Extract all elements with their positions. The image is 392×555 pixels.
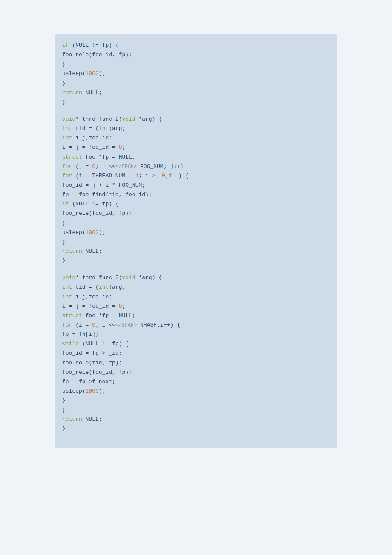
code-line: } (55, 79, 337, 88)
keyword: if (62, 42, 69, 49)
code-line: foo_id = j + i * FOO_NUM; (55, 181, 337, 190)
keyword: void (62, 275, 75, 281)
code-line: struct foo *fp = NULL; (55, 311, 337, 321)
keyword: while (62, 341, 79, 347)
keyword: return (62, 90, 82, 96)
code-line: void* thrd_func_3(void *arg) { (55, 273, 337, 283)
keyword: for (62, 173, 72, 179)
code-line: int tid = (int)arg; (55, 283, 337, 292)
code-line: } (55, 405, 337, 415)
code-line: return NULL; (55, 247, 337, 256)
span-tag: </SPAN> (115, 322, 137, 328)
number: 1 (135, 173, 139, 179)
code-line: struct foo *fp = NULL; (55, 153, 337, 162)
keyword: for (62, 322, 72, 328)
keyword: for (62, 163, 72, 170)
code-line: } (55, 396, 337, 405)
code-line: foo_rele(foo_id, fp); (55, 50, 337, 60)
code-line: } (55, 98, 337, 107)
code-line: if (NULL != fp) { (55, 199, 337, 209)
keyword: int (62, 284, 72, 290)
code-line: } (55, 237, 337, 247)
code-line: fp = fp->f_next; (55, 377, 337, 387)
keyword: int (62, 294, 72, 300)
code-line: } (55, 424, 337, 434)
code-line: fp = foo_find(tid, foo_id); (55, 190, 337, 199)
code-line: for (i = 0; i <<</SPAN> NHASH;i++) { (55, 321, 337, 330)
code-line: i = j = foo_id = 0; (55, 302, 337, 311)
keyword: int (62, 135, 72, 141)
keyword: if (62, 201, 69, 207)
code-line: } (55, 256, 337, 266)
number: 1000 (86, 70, 99, 77)
keyword: void (122, 275, 135, 281)
code-line (55, 266, 337, 273)
keyword: return (62, 416, 82, 422)
code-line: for (j = 0; j <<</SPAN> FOO_NUM; j++) (55, 162, 337, 171)
code-line: int tid = (int)arg; (55, 124, 337, 133)
code-block: if (NULL != fp) {foo_rele(foo_id, fp);}u… (55, 34, 337, 448)
code-line (55, 434, 337, 442)
number: 0 (92, 163, 95, 170)
code-line: } (55, 219, 337, 228)
code-line: } (55, 60, 337, 69)
keyword: void (122, 116, 135, 122)
code-line: foo_id = fp->f_id; (55, 349, 337, 358)
code-line: foo_hold(tid, fp); (55, 358, 337, 368)
number: 0 (92, 322, 95, 328)
number: 1000 (86, 388, 99, 394)
code-line: usleep(1000); (55, 228, 337, 237)
span-tag: </SPAN> (115, 164, 137, 170)
keyword: struct (62, 312, 82, 319)
keyword: struct (62, 154, 82, 160)
keyword: int (62, 125, 72, 132)
number: 0 (119, 144, 122, 150)
code-line: foo_rele(foo_id, fp); (55, 209, 337, 218)
keyword: int (99, 284, 109, 290)
code-line: int i,j,foo_id; (55, 292, 337, 302)
code-line: return NULL; (55, 415, 337, 424)
keyword: int (99, 125, 109, 132)
code-line: usleep(1000); (55, 69, 337, 78)
number: 0 (119, 303, 122, 309)
code-line: void* thrd_func_2(void *arg) { (55, 115, 337, 124)
keyword: void (62, 116, 75, 122)
code-line: i = j = foo_id = 0; (55, 143, 337, 152)
number: 1000 (86, 229, 99, 236)
code-line: if (NULL != fp) { (55, 41, 337, 50)
code-line: fp = fh[i]; (55, 330, 337, 339)
code-line: foo_rele(foo_id, fp); (55, 368, 337, 377)
code-line (55, 107, 337, 115)
code-line: usleep(1000); (55, 387, 337, 396)
code-line: for (i = THREAD_NUM - 1; i >= 0;i--) { (55, 171, 337, 181)
code-line: return NULL; (55, 88, 337, 98)
code-line: while (NULL != fp) { (55, 339, 337, 349)
keyword: return (62, 248, 82, 254)
code-line: int i,j,foo_id; (55, 133, 337, 143)
number: 0 (162, 173, 165, 179)
